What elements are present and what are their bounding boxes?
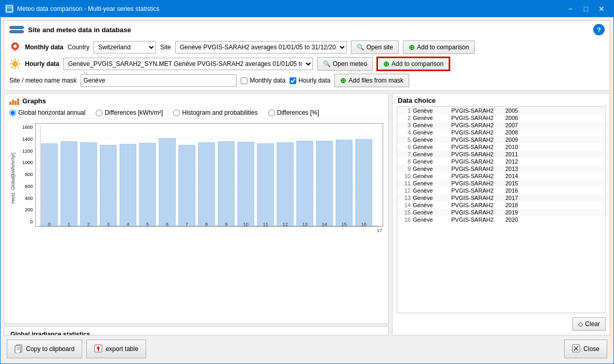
svg-text:16: 16	[361, 222, 367, 226]
svg-line-12	[18, 60, 19, 61]
window-close-button[interactable]: ✕	[594, 1, 609, 17]
list-item[interactable]: 13GenèvePVGIS-SARAH22017	[397, 194, 605, 201]
svg-text:9: 9	[225, 222, 227, 226]
list-item[interactable]: 14GenèvePVGIS-SARAH22018	[397, 201, 605, 209]
mask-input[interactable]	[81, 74, 237, 87]
y-tick-0: 0	[12, 219, 33, 224]
list-item[interactable]: 11GenèvePVGIS-SARAH22015	[397, 180, 605, 187]
radio-differences-kwh-input[interactable]	[96, 110, 102, 116]
svg-line-10	[11, 60, 12, 61]
panel-title-text: Site and meteo data in database	[28, 26, 131, 34]
svg-rect-32	[218, 142, 234, 226]
add-files-from-mask-button[interactable]: ⊕ Add files from mask	[334, 74, 409, 87]
svg-text:12: 12	[282, 222, 288, 226]
list-item[interactable]: 16GenèvePVGIS-SARAH22020	[397, 216, 605, 223]
plus-icon-hourly: ⊕	[383, 60, 389, 68]
add-to-comparison-hourly-button[interactable]: ⊕ Add to comparison	[377, 57, 450, 71]
top-panel: Site and meteo data in database ? Monthl…	[4, 20, 610, 91]
radio-global-horizontal[interactable]: Global horizontal annual	[9, 109, 85, 116]
list-item[interactable]: 9GenèvePVGIS-SARAH22013	[397, 165, 605, 172]
list-item[interactable]: 4GenèvePVGIS-SARAH22008	[397, 129, 605, 136]
site-label: Site	[160, 44, 171, 51]
window-title: Meteo data comparison - Multi-year serie…	[17, 5, 563, 12]
open-site-button[interactable]: 🔍 Open site	[351, 41, 399, 54]
monthly-data-checkbox[interactable]	[241, 77, 247, 84]
data-choice-title: Data choice	[393, 93, 610, 106]
add-to-comparison-monthly-button[interactable]: ⊕ Add to comparison	[403, 41, 475, 54]
chart-wrapper: Horiz. Global[kWh/m²/yr] 0 200 400 600	[9, 123, 383, 244]
bottom-left-buttons: Copy to clipboard export table	[7, 340, 146, 358]
svg-text:8: 8	[205, 222, 208, 226]
diamond-icon: ◇	[578, 320, 583, 328]
bar-chart-svg: 0 1 2 3 4 5 6 7 8 9	[40, 126, 378, 226]
y-tick-1200: 1200	[12, 149, 33, 154]
hourly-cb-label: Hourly data	[298, 77, 330, 84]
monthly-label: Monthly data	[25, 44, 63, 51]
x-last-label: 17	[35, 228, 383, 233]
copy-to-clipboard-button[interactable]: Copy to clipboard	[7, 340, 82, 358]
list-item[interactable]: 12GenèvePVGIS-SARAH22016	[397, 187, 605, 194]
panel-header: Site and meteo data in database ?	[9, 24, 605, 35]
chart-box: 0 200 400 600 800 1000 1200 1400 1600	[35, 123, 383, 227]
svg-rect-31	[199, 143, 215, 226]
list-item[interactable]: 7GenèvePVGIS-SARAH22011	[397, 151, 605, 158]
list-item[interactable]: 5GenèvePVGIS-SARAH22009	[397, 136, 605, 143]
hourly-checkbox-row: Hourly data	[290, 77, 330, 84]
country-label: Country	[68, 44, 89, 51]
svg-point-5	[12, 61, 18, 66]
radio-histogram[interactable]: Histogram and probabilities	[173, 109, 257, 116]
close-label: Close	[583, 345, 599, 353]
list-item[interactable]: 1GenèvePVGIS-SARAH22005	[397, 107, 605, 114]
radio-global-horizontal-label: Global horizontal annual	[18, 109, 85, 116]
clear-label: Clear	[585, 320, 600, 328]
list-item[interactable]: 3GenèvePVGIS-SARAH22007	[397, 122, 605, 129]
y-tick-1000: 1000	[12, 160, 33, 165]
meteo-select[interactable]: Genève_PVGIS_SARAH2_SYN.MET Genève PVGIS…	[63, 58, 313, 70]
svg-text:2: 2	[87, 222, 90, 226]
stats-panel: Global irradiance statistics Global hori…	[4, 326, 389, 335]
hourly-data-checkbox[interactable]	[290, 77, 296, 84]
country-select[interactable]: Switzerland	[94, 41, 156, 53]
graphs-panel: Graphs Global horizontal annual Differen…	[4, 93, 389, 324]
radio-differences-pct[interactable]: Differences [%]	[268, 109, 319, 116]
svg-rect-0	[6, 6, 12, 12]
graphs-title: Graphs	[22, 97, 46, 105]
mask-row: Site / meteo name mask Monthly data Hour…	[9, 74, 605, 87]
location-icon	[9, 42, 21, 53]
svg-rect-33	[238, 142, 254, 226]
help-button[interactable]: ?	[593, 24, 605, 35]
radio-histogram-label: Histogram and probabilities	[182, 109, 257, 116]
list-item[interactable]: 8GenèvePVGIS-SARAH22012	[397, 158, 605, 165]
list-item[interactable]: 10GenèvePVGIS-SARAH22014	[397, 172, 605, 180]
main-content: Site and meteo data in database ? Monthl…	[1, 17, 613, 363]
radio-differences-kwh[interactable]: Differences [kWh/m²]	[96, 109, 163, 116]
bottom-bar: Copy to clipboard export table Close	[4, 338, 610, 360]
radio-differences-pct-input[interactable]	[268, 110, 275, 116]
list-item[interactable]: 2GenèvePVGIS-SARAH22006	[397, 114, 605, 122]
y-tick-600: 600	[12, 184, 33, 189]
list-item[interactable]: 6GenèvePVGIS-SARAH22010	[397, 143, 605, 151]
panel-title: Site and meteo data in database	[9, 24, 131, 35]
svg-rect-25	[81, 143, 97, 226]
close-button[interactable]: Close	[564, 340, 607, 358]
open-meteo-button[interactable]: 🔍 Open meteo	[317, 57, 373, 71]
list-item[interactable]: 15GenèvePVGIS-SARAH22019	[397, 209, 605, 216]
svg-rect-38	[336, 140, 352, 226]
main-window: Meteo data comparison - Multi-year serie…	[0, 0, 614, 364]
maximize-button[interactable]: □	[578, 1, 594, 17]
data-list[interactable]: 1GenèvePVGIS-SARAH220052GenèvePVGIS-SARA…	[397, 106, 606, 313]
search-icon: 🔍	[357, 44, 364, 51]
export-table-button[interactable]: export table	[86, 340, 146, 358]
svg-text:3: 3	[107, 222, 110, 226]
radio-histogram-input[interactable]	[173, 110, 180, 116]
hourly-label: Hourly data	[25, 60, 59, 68]
hourly-row: Hourly data Genève_PVGIS_SARAH2_SYN.MET …	[9, 57, 605, 71]
svg-text:5: 5	[146, 222, 149, 226]
svg-rect-27	[120, 144, 136, 226]
site-select[interactable]: Genève PVGIS-SARAH2 averages 01/01/05 to…	[175, 41, 347, 53]
clear-button[interactable]: ◇ Clear	[572, 317, 606, 331]
radio-global-horizontal-input[interactable]	[9, 110, 16, 116]
svg-text:15: 15	[342, 222, 347, 226]
minimize-button[interactable]: −	[563, 1, 578, 17]
radio-differences-pct-label: Differences [%]	[277, 109, 319, 116]
